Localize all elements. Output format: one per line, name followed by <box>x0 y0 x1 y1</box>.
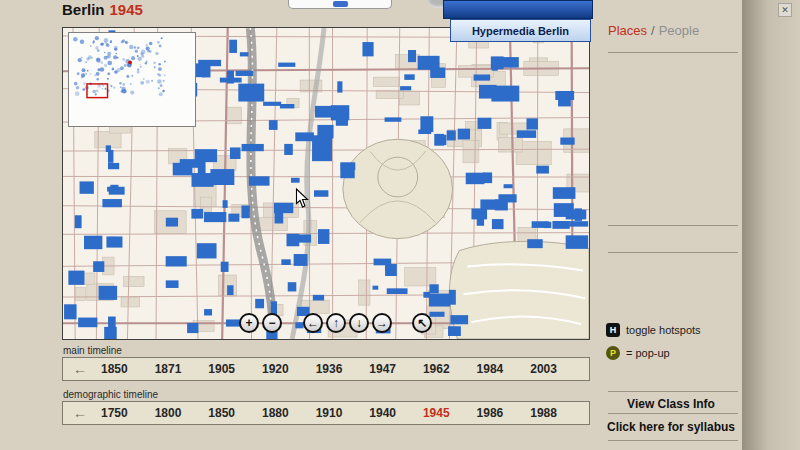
timeline-year[interactable]: 2003 <box>530 362 557 376</box>
timeline-year[interactable]: 1962 <box>423 362 450 376</box>
popup-legend: P = pop-up <box>606 346 670 360</box>
timeline-year[interactable]: 1871 <box>155 362 182 376</box>
sidebar-divider <box>608 252 738 253</box>
popup-titlebar[interactable] <box>443 0 593 19</box>
tab-places[interactable]: Places <box>608 23 647 38</box>
building-block <box>418 56 440 70</box>
hotspot-legend: H toggle hotspots <box>606 323 701 337</box>
timeline-year[interactable]: 1850 <box>208 406 235 420</box>
map-viewport[interactable]: + − ← ↑ ↓ → ↖ <box>62 27 590 340</box>
popup-title-text: Hypermedia Berlin <box>472 25 569 37</box>
view-class-info-link[interactable]: View Class Info <box>600 397 742 411</box>
zoom-in-button[interactable]: + <box>239 313 259 333</box>
popup-legend-label: = pop-up <box>626 347 670 359</box>
popup-title-box: Hypermedia Berlin <box>450 19 591 42</box>
tab-separator: / <box>651 23 655 38</box>
main-timeline: ← 1850 1871 1905 1920 1936 1947 1962 198… <box>62 357 590 381</box>
pan-down-button[interactable]: ↓ <box>349 313 369 333</box>
central-park <box>343 139 453 238</box>
timeline-year[interactable]: 1947 <box>369 362 396 376</box>
timeline-year-active[interactable]: 1945 <box>423 406 450 420</box>
close-button[interactable]: ✕ <box>778 3 792 17</box>
page-title: Berlin1945 <box>62 1 143 18</box>
timeline-year[interactable]: 1984 <box>477 362 504 376</box>
hotspot-toggle-icon[interactable]: H <box>606 323 620 337</box>
top-dropdown-cutoff[interactable] <box>288 0 392 9</box>
timeline-year[interactable]: 1920 <box>262 362 289 376</box>
timeline-back-arrow[interactable]: ← <box>73 361 87 377</box>
title-city: Berlin <box>62 1 105 18</box>
demographic-timeline: ← 1750 1800 1850 1880 1910 1940 1945 198… <box>62 401 590 425</box>
building-block <box>238 84 264 102</box>
timeline-year[interactable]: 1936 <box>316 362 343 376</box>
timeline-year[interactable]: 1986 <box>477 406 504 420</box>
sidebar-divider <box>608 52 738 53</box>
overview-inset-map[interactable] <box>68 32 196 127</box>
timeline-year[interactable]: 1880 <box>262 406 289 420</box>
syllabus-link[interactable]: Click here for syllabus <box>600 420 742 434</box>
timeline-back-arrow[interactable]: ← <box>73 405 87 421</box>
building-block <box>210 169 234 185</box>
pan-left-button[interactable]: ← <box>303 313 323 333</box>
timeline-year[interactable]: 1800 <box>155 406 182 420</box>
timeline-year[interactable]: 1940 <box>369 406 396 420</box>
title-year: 1945 <box>110 1 143 18</box>
map-controls: + − ← ↑ ↓ → ↖ <box>239 313 432 333</box>
timeline-year[interactable]: 1905 <box>208 362 235 376</box>
demographic-timeline-label: demographic timeline <box>63 389 158 400</box>
dropdown-thumb <box>333 1 348 7</box>
inset-marker <box>128 60 132 64</box>
pan-mode-button[interactable]: ↖ <box>412 313 432 333</box>
right-edge-shadow <box>742 0 800 450</box>
timeline-year[interactable]: 1850 <box>101 362 128 376</box>
sidebar-divider <box>608 391 738 392</box>
mouse-cursor <box>295 188 309 209</box>
inset-canvas <box>69 33 195 126</box>
sidebar-divider <box>608 440 738 441</box>
sidebar-divider <box>608 225 738 226</box>
pan-right-button[interactable]: → <box>372 313 392 333</box>
tab-people[interactable]: People <box>659 23 699 38</box>
building-block <box>312 135 332 161</box>
timeline-year[interactable]: 1910 <box>316 406 343 420</box>
main-timeline-label: main timeline <box>63 345 122 356</box>
timeline-year[interactable]: 1750 <box>101 406 128 420</box>
places-people-tabs: Places/People <box>608 23 699 38</box>
sidebar-divider <box>608 413 738 414</box>
pan-up-button[interactable]: ↑ <box>326 313 346 333</box>
popup-marker-icon: P <box>606 346 620 360</box>
sidebar: Places/People H toggle hotspots P = pop-… <box>600 0 742 450</box>
building-block <box>491 86 519 102</box>
app-window: Berlin1945 <box>0 0 800 450</box>
timeline-year[interactable]: 1988 <box>530 406 557 420</box>
zoom-out-button[interactable]: − <box>262 313 282 333</box>
hotspot-legend-label: toggle hotspots <box>626 324 701 336</box>
